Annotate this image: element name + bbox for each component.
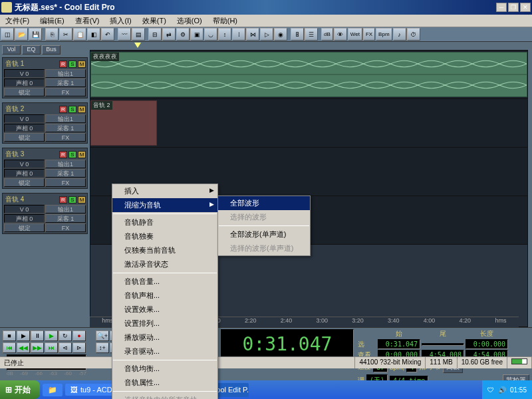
tool-fx-button[interactable]: FX <box>363 28 375 41</box>
track-fx[interactable]: FX <box>45 133 86 142</box>
tool-undo-icon[interactable]: ↶ <box>101 28 114 41</box>
rewind-button[interactable]: ◀◀ <box>17 342 30 353</box>
record-arm-button[interactable]: R <box>59 151 67 158</box>
tool-mixer-icon[interactable]: 🎚 <box>291 28 304 41</box>
tool-split-icon[interactable]: ⁞ <box>232 28 245 41</box>
tray-clock[interactable]: 01:55 <box>510 386 527 394</box>
tool-wet-button[interactable]: Wet <box>348 28 362 41</box>
track-lock[interactable]: 锁定 <box>4 133 45 142</box>
track-vol[interactable]: V 0 <box>4 114 45 123</box>
tool-trim-icon[interactable]: ⊟ <box>148 28 162 41</box>
context-menu-item[interactable]: 音轨独奏 <box>112 229 217 243</box>
sel-length[interactable]: 0:00.000 <box>466 339 508 349</box>
context-menu-item[interactable]: 音轨属性... <box>112 376 217 390</box>
tool-midi-icon[interactable]: ♪ <box>393 28 406 41</box>
pause-button[interactable]: ⏸ <box>31 331 44 341</box>
record-button[interactable]: ● <box>72 331 86 341</box>
track-pan[interactable]: 声相 0 <box>4 78 45 87</box>
wave-track-1[interactable]: 夜夜夜夜 1 <box>90 51 527 99</box>
tool-hide-icon[interactable]: 👁 <box>334 28 347 41</box>
track-name[interactable]: 音轨 4 <box>4 195 58 204</box>
tool-adjust-icon[interactable]: ↕ <box>218 28 231 41</box>
menu-effects[interactable]: 效果(T) <box>137 15 172 27</box>
solo-button[interactable]: S <box>68 61 76 68</box>
timecode-display[interactable]: 0:31.047 <box>221 329 354 358</box>
tool-db-icon[interactable]: dB <box>321 28 333 41</box>
context-menu-item[interactable]: 仅独奏当前音轨 <box>112 243 217 257</box>
tool-group-icon[interactable]: ▣ <box>190 28 203 41</box>
tool-save-icon[interactable]: 💾 <box>29 28 42 41</box>
track-name[interactable]: 音轨 2 <box>4 104 58 114</box>
menu-file[interactable]: 文件(F) <box>0 15 35 27</box>
track-out[interactable]: 输出1 <box>45 205 86 213</box>
next-marker-button[interactable]: ⊳ <box>72 342 86 353</box>
tool-open-icon[interactable]: 📂 <box>15 28 28 41</box>
tool-copy-icon[interactable]: ⎘ <box>45 28 59 41</box>
start-button[interactable]: ⊞ 开始 <box>0 380 40 399</box>
go-end-button[interactable]: ⏭ <box>45 342 58 353</box>
track-name[interactable]: 音轨 1 <box>4 59 58 68</box>
play-loop-button[interactable]: ▶ <box>45 331 58 341</box>
context-menu-item[interactable]: 音轨音量... <box>112 275 217 289</box>
context-menu-item[interactable]: 播放驱动... <box>112 331 217 344</box>
context-menu-item[interactable]: 插入▶ <box>112 184 217 198</box>
sel-begin[interactable]: 0:31.047 <box>378 339 420 349</box>
tool-punch-icon[interactable]: ◉ <box>274 28 287 41</box>
submenu-item[interactable]: 全部波形 <box>218 196 310 210</box>
track-dry[interactable]: 采客 1 <box>45 214 86 223</box>
tool-crossfade-icon[interactable]: ⋈ <box>246 28 259 41</box>
bus-tab[interactable]: Bus <box>42 45 61 55</box>
track-pan[interactable]: 声相 0 <box>4 214 45 223</box>
solo-button[interactable]: S <box>68 106 76 113</box>
context-menu-item[interactable]: 录音驱动... <box>112 344 217 358</box>
tool-mixpaste-icon[interactable]: ◧ <box>87 28 100 41</box>
track-dry[interactable]: 采客 1 <box>45 124 86 132</box>
track-fx[interactable]: FX <box>45 223 86 232</box>
playhead-marker-icon[interactable] <box>134 43 141 48</box>
sel-end[interactable] <box>422 343 464 346</box>
zoom-in-h-button[interactable]: 🔍+ <box>96 331 109 341</box>
track-out[interactable]: 输出1 <box>45 69 86 78</box>
track-vol[interactable]: V 0 <box>4 205 45 213</box>
prev-marker-button[interactable]: ⊲ <box>59 342 72 353</box>
wave-track-2[interactable]: 音轨 2 2 <box>90 99 527 148</box>
taskbar-item[interactable]: 📁 <box>43 384 63 396</box>
tool-spectral-icon[interactable]: ▤ <box>132 28 145 41</box>
context-menu-item[interactable]: 音轨静音 <box>112 215 217 229</box>
audio-clip[interactable]: 音轨 2 <box>90 100 157 146</box>
menu-view[interactable]: 查看(V) <box>70 15 105 27</box>
tool-bpm-button[interactable]: Bpm <box>376 28 392 41</box>
tool-organizer-icon[interactable]: ☰ <box>305 28 318 41</box>
solo-button[interactable]: S <box>68 196 76 203</box>
system-tray[interactable]: 🛡 🔊 01:55 <box>482 380 532 399</box>
tool-env-icon[interactable]: ◡ <box>204 28 217 41</box>
track-out[interactable]: 输出1 <box>45 160 86 168</box>
tool-convert-icon[interactable]: ⇄ <box>162 28 176 41</box>
submenu-item[interactable]: 全部波形(单声道) <box>218 227 310 241</box>
track-dry[interactable]: 采客 1 <box>45 169 86 178</box>
track-fx[interactable]: FX <box>45 178 86 187</box>
minimize-button[interactable]: ─ <box>496 3 507 12</box>
track-lock[interactable]: 锁定 <box>4 178 45 187</box>
context-menu-item[interactable]: 音轨声相... <box>112 289 217 303</box>
track-lock[interactable]: 锁定 <box>4 223 45 232</box>
track-pan[interactable]: 声相 0 <box>4 124 45 132</box>
mute-button[interactable]: M <box>78 61 86 68</box>
mute-button[interactable]: M <box>78 106 86 113</box>
track-out[interactable]: 输出1 <box>45 114 86 123</box>
menu-edit[interactable]: 编辑(E) <box>35 15 70 27</box>
context-menu-item[interactable]: 激活录音状态 <box>112 257 217 271</box>
track-fx[interactable]: FX <box>45 88 86 96</box>
tool-cue-icon[interactable]: ▷ <box>260 28 273 41</box>
context-menu-item[interactable]: 设置效果... <box>112 303 217 317</box>
close-button[interactable]: ✕ <box>520 3 531 12</box>
track-name[interactable]: 音轨 3 <box>4 150 58 159</box>
context-menu-item[interactable]: 设置排列... <box>112 317 217 331</box>
menu-options[interactable]: 选项(O) <box>172 15 207 27</box>
go-start-button[interactable]: ⏮ <box>3 342 16 353</box>
record-arm-button[interactable]: R <box>59 196 67 203</box>
forward-button[interactable]: ▶▶ <box>31 342 44 353</box>
tool-wave-icon[interactable]: 〰 <box>118 28 131 41</box>
solo-button[interactable]: S <box>68 151 76 158</box>
tool-settings-icon[interactable]: ⚙ <box>176 28 190 41</box>
